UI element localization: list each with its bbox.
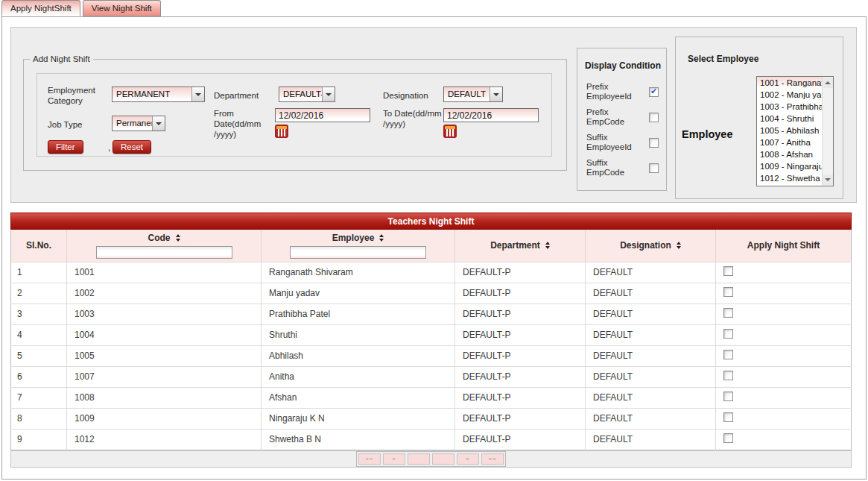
cell-designation: DEFAULT — [586, 387, 716, 408]
employee-option[interactable]: 1005 - Abhilash — [757, 125, 822, 136]
department-select[interactable]: DEFAULT-P — [279, 87, 335, 102]
prefix-empcode-checkbox[interactable] — [649, 113, 659, 122]
display-condition-option: Prefix EmpCode — [586, 107, 659, 127]
employment-category-value: PERMANENT — [113, 87, 191, 101]
chevron-down-icon[interactable] — [152, 116, 165, 131]
pagination-button[interactable]: « — [383, 453, 405, 465]
display-condition-fieldset: Display Condition Prefix EmployeeId Pref… — [577, 48, 667, 191]
employment-category-select[interactable]: PERMANENT — [112, 87, 205, 102]
column-header-designation[interactable]: Designation — [586, 230, 716, 262]
select-employee-title: Select Employee — [688, 54, 843, 64]
column-header-employee[interactable]: Employee — [262, 230, 455, 262]
column-label: Department — [490, 240, 540, 251]
table-row: 9 1012 Shwetha B N DEFAULT-P DEFAULT — [11, 429, 852, 450]
employee-option[interactable]: 1007 - Anitha — [757, 136, 822, 148]
listbox-scrollbar[interactable] — [822, 77, 833, 186]
employee-filter-input[interactable] — [290, 246, 426, 259]
scroll-down-icon[interactable] — [823, 175, 833, 185]
cell-department: DEFAULT-P — [455, 283, 586, 304]
tab-apply-nightshift[interactable]: Apply NightShift — [1, 0, 80, 16]
designation-value: DEFAULT — [444, 87, 490, 101]
column-header-code[interactable]: Code — [67, 230, 262, 262]
employee-option[interactable]: 1003 - Prathibha Patel — [757, 101, 822, 113]
sort-icon[interactable] — [176, 234, 180, 242]
suffix-empcode-checkbox[interactable] — [649, 163, 659, 173]
cell-department: DEFAULT-P — [455, 262, 586, 283]
apply-night-shift-checkbox[interactable] — [723, 371, 733, 380]
tab-view-night-shift[interactable]: View Night Shift — [83, 0, 161, 16]
employee-option[interactable]: 1004 - Shruthi — [757, 113, 822, 125]
cell-employee: Shwetha B N — [262, 429, 455, 450]
from-date-label: From Date(dd/mm /yyyy) — [214, 108, 278, 139]
select-employee-fieldset: Select Employee Employee 1001 - Ranganat… — [675, 37, 843, 199]
sort-icon[interactable] — [379, 234, 384, 242]
cell-slno: 9 — [11, 429, 67, 450]
separator-text: , — [108, 142, 110, 153]
chevron-down-icon[interactable] — [490, 87, 502, 101]
cell-apply — [716, 324, 852, 345]
chevron-down-icon[interactable] — [191, 87, 204, 101]
pagination-button[interactable]: » — [457, 453, 479, 465]
table-row: 1 1001 Ranganath Shivaram DEFAULT-P DEFA… — [11, 262, 852, 283]
chevron-down-icon[interactable] — [322, 87, 335, 101]
table-row: 3 1003 Prathibha Patel DEFAULT-P DEFAULT — [11, 304, 852, 324]
employee-option[interactable]: 1009 - Ningaraju K N — [757, 160, 822, 172]
cell-designation: DEFAULT — [586, 304, 716, 324]
apply-night-shift-checkbox[interactable] — [723, 266, 733, 276]
employee-option[interactable]: 1002 - Manju yadav — [757, 89, 822, 101]
suffix-employeeid-checkbox[interactable] — [649, 138, 659, 148]
table-footer: «« « » »» — [10, 450, 852, 468]
apply-night-shift-checkbox[interactable] — [723, 433, 733, 443]
cell-code: 1004 — [67, 324, 262, 345]
from-date-input[interactable] — [275, 108, 370, 122]
table-row: 6 1007 Anitha DEFAULT-P DEFAULT — [11, 366, 852, 387]
table-row: 4 1004 Shruthi DEFAULT-P DEFAULT — [11, 324, 852, 345]
sort-icon[interactable] — [677, 242, 681, 249]
cell-department: DEFAULT-P — [455, 387, 586, 408]
cell-department: DEFAULT-P — [455, 345, 586, 366]
checkbox-label: Suffix EmployeeId — [586, 133, 636, 152]
apply-night-shift-checkbox[interactable] — [723, 329, 733, 339]
cell-apply — [716, 262, 852, 283]
apply-night-shift-checkbox[interactable] — [723, 412, 733, 422]
sort-icon[interactable] — [545, 242, 550, 249]
pagination-button[interactable] — [408, 453, 430, 465]
pagination-button[interactable] — [432, 453, 454, 465]
pagination-button[interactable]: «« — [358, 453, 381, 465]
cell-employee: Abhilash — [262, 345, 455, 366]
from-date-calendar-icon[interactable] — [275, 125, 288, 138]
column-header-slno: Sl.No. — [11, 230, 67, 262]
prefix-employeeid-checkbox[interactable] — [649, 87, 659, 97]
apply-night-shift-checkbox[interactable] — [723, 392, 733, 401]
employee-option[interactable]: 1001 - Ranganath — [757, 77, 822, 89]
job-type-select[interactable]: Permanent — [112, 116, 165, 131]
scroll-up-icon[interactable] — [823, 78, 833, 88]
column-header-department[interactable]: Department — [455, 230, 586, 262]
cell-apply — [716, 366, 852, 387]
employee-option[interactable]: 1012 - Shwetha B N — [757, 172, 822, 184]
cell-slno: 6 — [11, 366, 67, 387]
apply-night-shift-checkbox[interactable] — [723, 308, 733, 318]
reset-button[interactable]: Reset — [113, 140, 151, 154]
code-filter-input[interactable] — [96, 246, 232, 259]
job-type-label: Job Type — [48, 119, 82, 130]
employee-option[interactable]: 1008 - Afshan — [757, 148, 822, 160]
cell-apply — [716, 408, 852, 429]
pagination: «« « » »» — [356, 451, 506, 467]
department-value: DEFAULT-P — [279, 87, 322, 101]
column-label: Employee — [332, 233, 375, 243]
to-date-input[interactable] — [443, 108, 539, 122]
apply-night-shift-checkbox[interactable] — [723, 287, 733, 297]
employee-listbox[interactable]: 1001 - Ranganath 1002 - Manju yadav 1003… — [756, 76, 834, 186]
table-row: 7 1008 Afshan DEFAULT-P DEFAULT — [11, 387, 852, 408]
cell-employee: Ningaraju K N — [262, 408, 455, 429]
pagination-button[interactable]: »» — [481, 453, 504, 465]
cell-code: 1007 — [67, 366, 262, 387]
table-row: 8 1009 Ningaraju K N DEFAULT-P DEFAULT — [11, 408, 852, 429]
filter-button[interactable]: Filter — [48, 140, 83, 154]
apply-night-shift-checkbox[interactable] — [723, 350, 733, 359]
checkbox-label: Prefix EmployeeId — [586, 82, 636, 101]
department-label: Department — [214, 90, 259, 101]
to-date-calendar-icon[interactable] — [443, 125, 457, 138]
designation-select[interactable]: DEFAULT — [443, 87, 503, 102]
